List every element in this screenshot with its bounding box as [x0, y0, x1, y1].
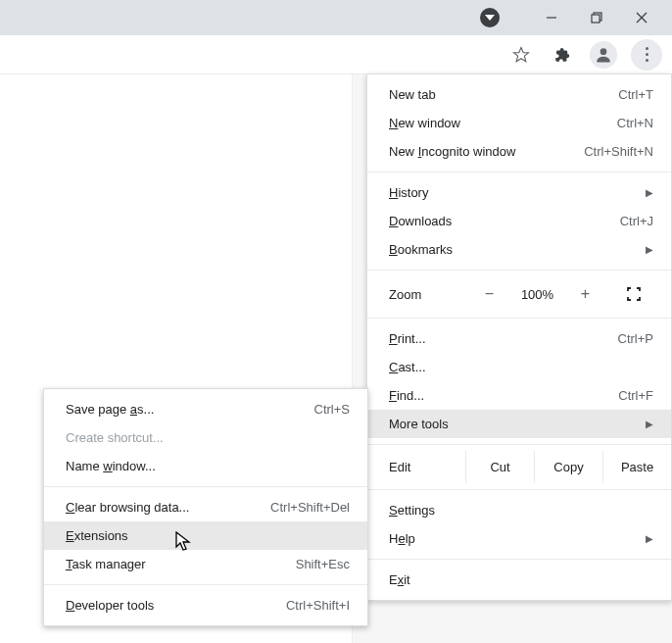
menu-label: Name window...	[66, 459, 156, 473]
submenu-arrow-icon: ▶	[646, 244, 653, 255]
submenu-arrow-icon: ▶	[646, 533, 653, 544]
close-button[interactable]	[619, 2, 664, 33]
menu-separator	[367, 444, 671, 445]
profile-avatar-icon[interactable]	[590, 41, 617, 69]
svg-point-7	[600, 48, 607, 55]
menu-label: Print...	[389, 331, 426, 346]
menu-label: Downloads	[389, 214, 452, 228]
menu-label: Bookmarks	[389, 242, 453, 257]
bookmark-star-icon[interactable]	[507, 41, 535, 69]
submenu-save-page[interactable]: Save page as... Ctrl+S	[44, 395, 367, 423]
zoom-in-button[interactable]: +	[561, 280, 609, 308]
menu-print[interactable]: Print... Ctrl+P	[367, 324, 671, 353]
menu-new-window[interactable]: New window Ctrl+N	[367, 109, 671, 137]
submenu-task-manager[interactable]: Task manager Shift+Esc	[44, 550, 367, 578]
restore-button[interactable]	[574, 2, 619, 33]
content-area: New tab Ctrl+T New window Ctrl+N New Inc…	[0, 74, 672, 643]
menu-label: Cast...	[389, 360, 426, 374]
extensions-icon[interactable]	[549, 41, 576, 69]
menu-separator	[367, 489, 671, 490]
zoom-percent: 100%	[513, 280, 561, 308]
browser-toolbar	[0, 35, 672, 74]
minimize-button[interactable]	[529, 2, 574, 33]
submenu-create-shortcut: Create shortcut...	[44, 423, 367, 452]
menu-label: Task manager	[66, 557, 146, 571]
menu-separator	[367, 318, 671, 319]
menu-label: Extensions	[66, 528, 128, 543]
menu-shortcut: Ctrl+S	[314, 402, 350, 417]
menu-new-tab[interactable]: New tab Ctrl+T	[367, 80, 671, 109]
menu-label: More tools	[389, 417, 449, 431]
menu-separator	[367, 172, 671, 173]
menu-exit[interactable]: Exit	[367, 566, 671, 594]
chrome-main-menu: New tab Ctrl+T New window Ctrl+N New Inc…	[366, 74, 672, 601]
menu-history[interactable]: History ▶	[367, 178, 671, 207]
menu-new-incognito[interactable]: New Incognito window Ctrl+Shift+N	[367, 137, 671, 166]
edit-copy-button[interactable]: Copy	[534, 451, 602, 483]
menu-label: Exit	[389, 572, 410, 587]
menu-shortcut: Ctrl+Shift+Del	[270, 500, 350, 515]
menu-label: Developer tools	[66, 598, 154, 613]
zoom-label: Zoom	[389, 287, 465, 302]
chrome-menu-button[interactable]	[631, 39, 662, 71]
menu-shortcut: Ctrl+J	[620, 214, 653, 228]
submenu-name-window[interactable]: Name window...	[44, 452, 367, 480]
menu-shortcut: Ctrl+F	[618, 388, 653, 403]
menu-shortcut: Ctrl+N	[617, 116, 653, 130]
edit-paste-button[interactable]: Paste	[602, 451, 671, 483]
menu-label: Settings	[389, 503, 435, 518]
menu-label: Help	[389, 531, 415, 546]
svg-marker-6	[514, 47, 529, 61]
menu-help[interactable]: Help ▶	[367, 524, 671, 553]
menu-label: History	[389, 185, 428, 200]
submenu-extensions[interactable]: Extensions	[44, 521, 367, 550]
menu-label: Clear browsing data...	[66, 500, 189, 515]
menu-downloads[interactable]: Downloads Ctrl+J	[367, 207, 671, 235]
submenu-clear-browsing-data[interactable]: Clear browsing data... Ctrl+Shift+Del	[44, 493, 367, 521]
menu-separator	[44, 486, 367, 487]
menu-find[interactable]: Find... Ctrl+F	[367, 381, 671, 410]
menu-label: New Incognito window	[389, 144, 515, 159]
svg-rect-3	[592, 15, 600, 23]
menu-label: Save page as...	[66, 402, 154, 417]
menu-settings[interactable]: Settings	[367, 496, 671, 524]
menu-separator	[367, 559, 671, 560]
menu-cast[interactable]: Cast...	[367, 353, 671, 381]
submenu-arrow-icon: ▶	[646, 187, 653, 198]
menu-shortcut: Shift+Esc	[296, 557, 350, 571]
edit-label: Edit	[367, 460, 465, 474]
window-titlebar	[0, 0, 672, 35]
submenu-developer-tools[interactable]: Developer tools Ctrl+Shift+I	[44, 591, 367, 619]
menu-separator	[367, 270, 671, 271]
menu-separator	[44, 584, 367, 585]
menu-label: Create shortcut...	[66, 430, 164, 445]
fullscreen-button[interactable]	[609, 280, 657, 308]
menu-bookmarks[interactable]: Bookmarks ▶	[367, 235, 671, 264]
edit-cut-button[interactable]: Cut	[465, 451, 534, 483]
menu-shortcut: Ctrl+Shift+I	[286, 598, 350, 613]
menu-shortcut: Ctrl+P	[618, 331, 653, 346]
menu-label: New tab	[389, 87, 436, 102]
submenu-arrow-icon: ▶	[646, 419, 653, 429]
menu-label: Find...	[389, 388, 424, 403]
menu-zoom-row: Zoom − 100% +	[367, 276, 671, 312]
menu-label: New window	[389, 116, 460, 130]
more-tools-submenu: Save page as... Ctrl+S Create shortcut..…	[43, 388, 368, 626]
menu-shortcut: Ctrl+Shift+N	[584, 144, 653, 159]
svg-marker-0	[485, 15, 495, 21]
menu-edit-row: Edit Cut Copy Paste	[367, 451, 671, 483]
zoom-out-button[interactable]: −	[465, 280, 513, 308]
menu-more-tools[interactable]: More tools ▶	[367, 410, 671, 438]
menu-shortcut: Ctrl+T	[618, 87, 653, 102]
extension-badge-icon[interactable]	[480, 8, 500, 27]
